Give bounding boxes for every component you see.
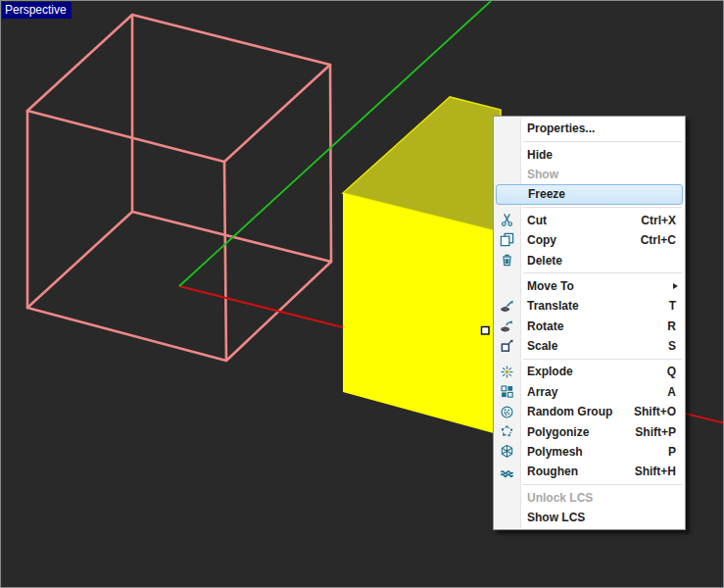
solid-cube-front-face[interactable] [343, 193, 501, 435]
menu-item-show: Show [494, 165, 685, 184]
viewport-3d[interactable]: Perspective Properties... Hide Show Free… [0, 0, 724, 588]
random-dots-circle-icon [500, 405, 515, 420]
menu-separator [523, 141, 682, 142]
selection-handle[interactable] [482, 327, 490, 335]
menu-item-properties[interactable]: Properties... [494, 119, 685, 138]
menu-separator [523, 207, 682, 208]
translate-box-arrow-icon [500, 299, 515, 315]
menu-item-translate[interactable]: Translate T [494, 296, 685, 316]
menu-item-roughen[interactable]: Roughen Shift+H [494, 462, 685, 481]
viewport-label[interactable]: Perspective [2, 2, 72, 19]
menu-item-scale[interactable]: Scale S [494, 336, 685, 356]
menu-separator [523, 484, 682, 485]
rotate-box-arrow-icon [500, 318, 515, 334]
cut-scissors-icon [500, 213, 515, 228]
scale-box-arrow-icon [500, 338, 515, 354]
menu-item-cut[interactable]: Cut Ctrl+X [494, 211, 685, 230]
menu-separator [523, 359, 682, 360]
trash-icon [500, 253, 515, 269]
menu-item-move-to[interactable]: Move To [494, 276, 685, 296]
menu-item-delete[interactable]: Delete [494, 250, 685, 270]
menu-item-rotate[interactable]: Rotate R [494, 317, 685, 336]
mesh-cube-icon [500, 444, 515, 460]
menu-item-freeze[interactable]: Freeze [496, 184, 683, 204]
solid-cube[interactable] [343, 97, 501, 435]
menu-separator [523, 272, 682, 273]
array-grid-icon [500, 384, 515, 400]
explode-burst-icon [500, 365, 515, 380]
menu-item-random-group[interactable]: Random Group Shift+O [494, 402, 685, 421]
menu-item-polygonize[interactable]: Polygonize Shift+P [494, 421, 685, 441]
menu-item-array[interactable]: Array A [494, 382, 685, 402]
menu-item-show-lcs[interactable]: Show LCS [494, 508, 685, 527]
menu-item-explode[interactable]: Explode Q [494, 362, 685, 381]
copy-pages-icon [500, 232, 515, 248]
menu-item-hide[interactable]: Hide [494, 144, 685, 164]
menu-item-polymesh[interactable]: Polymesh P [494, 442, 685, 462]
rough-waves-icon [500, 465, 515, 480]
polygon-vertices-icon [500, 424, 515, 440]
menu-item-copy[interactable]: Copy Ctrl+C [494, 230, 685, 250]
submenu-arrow-icon [673, 283, 678, 289]
menu-item-unlock-lcs: Unlock LCS [494, 488, 685, 508]
context-menu: Properties... Hide Show Freeze Cut C [493, 116, 686, 530]
